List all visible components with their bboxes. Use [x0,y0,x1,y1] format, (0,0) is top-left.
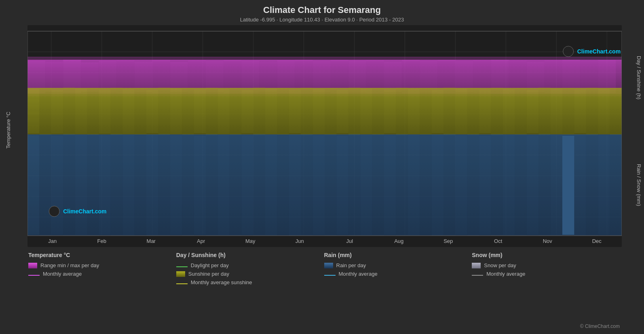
svg-rect-117 [562,88,574,135]
svg-text:Feb: Feb [97,238,106,244]
legend-snow-title: Snow (mm) [472,252,620,258]
svg-rect-147 [313,135,325,235]
svg-rect-172 [610,134,622,236]
svg-rect-131 [122,135,134,235]
legend-snow-per-day: Snow per day [472,262,620,268]
svg-rect-130 [111,134,122,236]
svg-text:Aug: Aug [394,238,403,244]
svg-rect-157 [432,134,443,236]
snow-avg-swatch [472,275,483,276]
svg-rect-74 [51,90,63,134]
svg-text:Mar: Mar [147,238,156,244]
svg-rect-110 [479,89,491,133]
main-chart-svg: 50 40 30 20 10 0 -10 -20 -30 -40 -50 [27,25,622,247]
svg-rect-62 [455,61,473,92]
chart-title: Climate Chart for Semarang [0,0,644,15]
svg-rect-163 [503,135,515,235]
svg-rect-161 [479,136,491,235]
daylight-line-swatch [176,266,188,267]
svg-rect-44 [135,62,152,92]
svg-text:Jul: Jul [346,238,353,244]
svg-rect-115 [538,87,550,135]
y-axis-right-bottom-label: Rain / Snow (mm) [635,132,643,238]
svg-rect-136 [182,134,194,236]
svg-rect-143 [265,135,277,235]
svg-rect-98 [336,90,348,133]
rain-swatch [324,263,333,268]
svg-rect-76 [75,89,87,134]
svg-rect-94 [289,89,301,133]
legend-snow-per-day-label: Snow per day [484,262,516,268]
legend-snow-avg-label: Monthly average [486,271,525,277]
svg-text:Oct: Oct [494,238,503,244]
svg-rect-128 [87,134,99,236]
legend-sunshine-avg: Monthly average sunshine [176,279,324,285]
legend-temp-range-label: Range min / max per day [40,262,99,268]
svg-rect-135 [170,135,182,235]
svg-rect-85 [182,88,194,135]
svg-rect-127 [75,135,87,235]
svg-rect-137 [194,136,206,235]
svg-rect-129 [99,135,110,235]
svg-rect-162 [491,134,503,236]
svg-point-198 [49,206,59,217]
svg-rect-149 [336,136,348,235]
svg-rect-168 [562,136,574,235]
svg-rect-73 [39,88,51,134]
svg-text:Dec: Dec [592,238,602,244]
svg-rect-108 [455,89,467,134]
legend-area: Temperature °C Range min / max per day M… [0,247,644,285]
svg-rect-150 [348,134,360,236]
svg-rect-142 [253,134,265,236]
svg-rect-165 [527,135,538,235]
svg-rect-86 [194,89,206,133]
svg-rect-118 [574,89,586,133]
svg-rect-144 [277,136,289,235]
svg-rect-95 [301,87,312,135]
copyright: © ClimeChart.com [580,323,620,329]
legend-temp-title: Temperature °C [28,252,176,258]
svg-rect-92 [265,89,277,134]
legend-sunshine-per-day-label: Sunshine per day [188,271,229,277]
svg-rect-164 [515,134,526,236]
svg-rect-93 [277,88,289,135]
svg-rect-91 [253,87,265,135]
rain-avg-swatch [324,275,336,276]
temp-range-swatch [28,263,37,268]
svg-rect-84 [170,89,182,134]
svg-rect-138 [206,134,217,236]
svg-rect-145 [289,134,301,236]
svg-rect-81 [135,88,146,134]
legend-rain-per-day-label: Rain per day [336,262,366,268]
legend-sunshine-per-day: Sunshine per day [176,271,324,277]
svg-rect-96 [313,89,325,134]
legend-rain-per-day: Rain per day [324,262,472,268]
svg-rect-75 [63,87,75,135]
svg-rect-54 [313,61,331,92]
svg-rect-102 [384,89,396,133]
svg-rect-89 [230,88,241,134]
legend-snow: Snow (mm) Snow per day Monthly average [472,252,620,285]
svg-text:Sep: Sep [443,238,453,244]
svg-rect-141 [241,135,253,235]
svg-rect-83 [158,87,170,135]
svg-rect-104 [408,89,420,134]
svg-rect-103 [396,87,408,135]
svg-rect-124 [39,134,51,236]
legend-rain-title: Rain (mm) [324,252,472,258]
legend-rain: Rain (mm) Rain per day Monthly average [324,252,472,285]
svg-rect-116 [551,89,562,134]
svg-text:Jun: Jun [296,238,304,244]
svg-text:Apr: Apr [197,238,205,244]
svg-rect-154 [396,134,408,236]
svg-rect-87 [206,87,217,135]
svg-rect-105 [420,88,431,134]
y-axis-right-top-label: Day / Sunshine (h) [635,25,643,130]
svg-rect-99 [348,87,360,135]
legend-snow-avg: Monthly average [472,271,620,277]
legend-daylight: Daylight per day [176,262,324,268]
svg-rect-78 [99,89,110,134]
svg-rect-58 [384,62,402,92]
svg-text:May: May [245,238,255,244]
legend-daylight-label: Daylight per day [191,262,229,268]
